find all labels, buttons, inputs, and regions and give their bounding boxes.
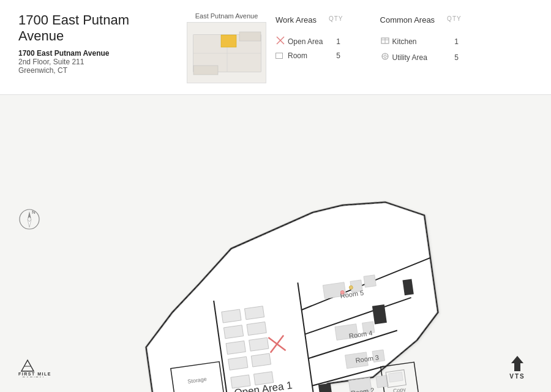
svg-rect-4 (221, 35, 236, 47)
svg-rect-28 (372, 304, 387, 324)
legend-row-room: Room 5 (276, 51, 343, 60)
svg-text:CAPITAL: CAPITAL (22, 376, 46, 377)
svg-point-95 (340, 290, 345, 295)
svg-text:VTS: VTS (509, 373, 525, 380)
common-areas-legend: Common Areas QTY Kitchen 1 (380, 15, 462, 67)
open-area-qty: 1 (334, 37, 343, 46)
svg-rect-44 (247, 322, 266, 335)
building-title: 1700 East Putnam Avenue (18, 12, 178, 44)
room-qty: 5 (334, 51, 343, 60)
map-svg (187, 23, 266, 83)
vts-logo: VTS (502, 350, 533, 383)
address-line1: 1700 East Putnam Avenue (18, 49, 178, 58)
first-mile-logo: FIRST MILE CAPITAL (18, 353, 73, 380)
svg-point-13 (384, 55, 386, 58)
work-areas-title: Work Areas (276, 15, 317, 24)
svg-text:FIRST MILE: FIRST MILE (18, 372, 51, 376)
header-address: 1700 East Putnam Avenue 1700 East Putnam… (18, 12, 178, 75)
room-icon (276, 53, 288, 59)
svg-marker-98 (21, 360, 34, 371)
common-areas-qty-header: QTY (447, 15, 462, 31)
svg-rect-46 (249, 337, 269, 351)
utility-icon (380, 51, 392, 64)
kitchen-label: Kitchen (392, 37, 442, 46)
header-map: East Putnam Avenue (178, 12, 276, 83)
floor-plan-svg: Room 5 Room 4 Room 3 Room 2 Room 1 Open … (0, 95, 551, 392)
legend-row-kitchen: Kitchen 1 (380, 36, 462, 48)
address-line3: Greenwich, CT (18, 66, 178, 75)
svg-rect-41 (222, 309, 241, 323)
map-thumbnail (187, 22, 266, 83)
svg-rect-5 (239, 32, 261, 41)
work-areas-qty-header: QTY (329, 15, 343, 31)
utility-qty: 5 (452, 53, 462, 62)
svg-rect-45 (226, 341, 246, 355)
open-area-label: Open Area (288, 37, 324, 46)
svg-text:Copy: Copy (392, 386, 407, 392)
utility-label: Utility Area (392, 53, 442, 62)
svg-rect-43 (223, 325, 243, 339)
svg-rect-47 (228, 356, 248, 370)
kitchen-qty: 1 (452, 37, 462, 46)
first-mile-logo-svg: FIRST MILE CAPITAL (18, 353, 73, 377)
svg-rect-76 (389, 372, 403, 382)
svg-rect-6 (193, 66, 218, 75)
open-area-icon (276, 36, 288, 48)
floor-plan: N (0, 95, 551, 392)
legend-row-utility: Utility Area 5 (380, 51, 462, 64)
svg-point-96 (349, 285, 353, 290)
map-label: East Putnam Avenue (195, 12, 258, 20)
svg-rect-67 (364, 275, 376, 287)
address-line2: 2nd Floor, Suite 211 (18, 58, 178, 66)
svg-rect-42 (244, 306, 264, 320)
common-areas-title: Common Areas (380, 15, 435, 24)
kitchen-icon (380, 36, 392, 48)
room-label: Room (288, 51, 324, 60)
header: 1700 East Putnam Avenue 1700 East Putnam… (0, 0, 551, 95)
header-legend: Work Areas QTY Open Area 1 Room 5 (276, 12, 533, 67)
svg-rect-48 (251, 353, 271, 367)
work-areas-legend: Work Areas QTY Open Area 1 Room 5 (276, 15, 343, 67)
vts-logo-svg: VTS (502, 350, 533, 380)
legend-row-open-area: Open Area 1 (276, 36, 343, 48)
